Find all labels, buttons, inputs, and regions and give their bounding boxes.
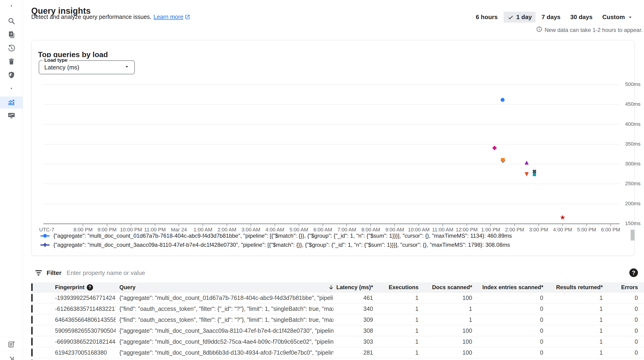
cell-docs_scanned: 100 [418, 327, 472, 334]
sidebar-item-collapse-sidebar[interactable] [0, 353, 22, 360]
column-header-executions[interactable]: Executions [373, 284, 418, 291]
cell-query: {"find": "oauth_access_token", "filter":… [116, 317, 334, 323]
legend-marker-plus [40, 242, 50, 248]
sidebar-item-history[interactable] [0, 42, 22, 54]
column-header-query[interactable]: Query [116, 284, 334, 291]
y-axis-label: 350ms [625, 141, 640, 147]
cell-executions: 1 [373, 338, 418, 345]
cell-index_entries_scanned: 0 [472, 327, 543, 334]
x-axis-tick [251, 224, 251, 226]
table-row[interactable]: -8295002236194316765{"aggregate": "multi… [31, 358, 644, 360]
row-checkbox[interactable] [31, 294, 33, 302]
table-row[interactable]: -1939399225467714246{"aggregate": "multi… [31, 293, 644, 303]
column-header-errors[interactable]: Errors [603, 284, 644, 291]
cell-results_returned: 1 [543, 306, 603, 312]
table-help-icon[interactable]: ? [629, 268, 638, 277]
legend-scrollbar[interactable] [631, 230, 634, 241]
cell-executions: 1 [373, 306, 418, 312]
x-axis-tick [346, 224, 347, 226]
y-axis-label: 450ms [625, 101, 640, 107]
cell-docs_scanned: 100 [418, 338, 472, 345]
data-point-triangle-up[interactable] [524, 161, 528, 165]
cell-results_returned: 1 [543, 327, 603, 334]
legend-series-text: {"aggregate": "multi_doc_count_01d67a7b-… [54, 233, 512, 239]
legend-row: {"aggregate": "multi_doc_count_01d67a7b-… [40, 232, 512, 240]
time-range-custom[interactable]: Custom [598, 12, 637, 22]
cell-latency_ms: 340 [334, 306, 373, 312]
sidebar-item-search[interactable] [0, 15, 22, 27]
sort-descending-icon [328, 284, 334, 291]
table-row[interactable]: 6194237005168380{"aggregate": "multi_doc… [31, 347, 644, 358]
time-range-30-days[interactable]: 30 days [566, 12, 596, 22]
cell-query: {"find": "oauth_access_token", "filter":… [116, 306, 334, 312]
data-point-circle[interactable] [500, 98, 504, 102]
x-axis-tick [442, 224, 443, 226]
column-header-latency_ms[interactable]: Latency (ms)* [334, 284, 373, 291]
sidebar-item-security[interactable] [0, 69, 22, 81]
column-header-docs_scanned[interactable]: Docs scanned* [418, 284, 472, 291]
info-icon [536, 26, 542, 34]
time-range-7-days[interactable]: 7 days [538, 12, 564, 22]
gridline [43, 84, 620, 85]
table-row[interactable]: 6464365664806143558{"find": "oauth_acces… [31, 314, 644, 325]
data-freshness-note: New data can take 1-2 hours to appear. [536, 26, 642, 34]
row-checkbox[interactable] [31, 316, 33, 324]
column-header-index_entries_scanned[interactable]: Index entries scanned* [472, 284, 543, 291]
x-axis-tick [394, 224, 395, 226]
x-axis-label: 3:00 PM [529, 227, 548, 233]
y-axis-label: 300ms [625, 161, 640, 167]
system-insights-icon [8, 112, 16, 119]
table-row[interactable]: -6699038652201821444{"aggregate": "multi… [31, 336, 644, 347]
cell-errors: 0 [603, 317, 644, 323]
table-row[interactable]: -6126638357114832217{"find": "oauth_acce… [31, 303, 644, 314]
data-point-triangle-down[interactable] [524, 172, 528, 176]
sidebar-item-menu-dot-top [0, 0, 22, 12]
sidebar-item-trash[interactable] [0, 55, 22, 67]
sidebar-item-system-insights[interactable] [0, 109, 22, 122]
row-checkbox[interactable] [31, 327, 33, 335]
cell-executions: 1 [373, 349, 418, 356]
time-range-selector: 6 hours1 day7 days30 daysCustom [472, 12, 637, 22]
cell-errors: 0 [603, 349, 644, 356]
x-axis-tick [178, 224, 179, 226]
x-axis-tick [107, 224, 107, 226]
column-header-results_returned[interactable]: Results returned* [543, 284, 603, 291]
x-axis-tick [299, 224, 299, 226]
learn-more-link[interactable]: Learn more [154, 13, 190, 20]
cell-docs_scanned: 100 [418, 349, 472, 356]
row-checkbox[interactable] [31, 349, 33, 357]
menu-dot-top-icon [10, 4, 13, 7]
cell-errors: 0 [603, 295, 644, 301]
collapse-sidebar-icon [8, 355, 16, 360]
time-range-6-hours[interactable]: 6 hours [472, 12, 501, 22]
sidebar-item-release-notes[interactable] [0, 338, 22, 351]
x-axis-tick [586, 224, 587, 226]
x-axis-label: 6:00 PM [601, 227, 620, 233]
x-axis-tick [418, 224, 419, 226]
data-point-star[interactable] [560, 215, 565, 220]
data-point-diamond[interactable] [492, 146, 497, 150]
filter-icon [35, 270, 42, 275]
row-checkbox[interactable] [31, 305, 33, 313]
fingerprint-help-icon[interactable]: ? [87, 284, 93, 291]
x-axis-tick [83, 224, 83, 226]
data-point-square[interactable] [533, 173, 536, 176]
x-axis-label: 4:00 PM [553, 227, 572, 233]
queries-table-section: Filter ? Fingerprint?QueryLatency (ms)*E… [31, 267, 644, 360]
cell-executions: 1 [373, 317, 418, 323]
sidebar-item-query-insights[interactable] [0, 96, 22, 109]
select-all-checkbox[interactable] [31, 283, 33, 291]
x-axis-tick [323, 224, 323, 226]
x-axis-line [43, 223, 620, 224]
cell-query: {"aggregate": "multi_doc_count_fd9ddc52-… [116, 338, 334, 345]
table-row[interactable]: 5909598265530790504{"aggregate": "multi_… [31, 325, 644, 336]
cell-results_returned: 1 [543, 317, 603, 323]
row-checkbox[interactable] [31, 338, 33, 346]
sidebar-item-query-editor[interactable] [0, 29, 22, 41]
data-point-pentagon[interactable] [501, 158, 505, 162]
x-axis-tick [466, 224, 467, 226]
filter-input[interactable] [66, 269, 623, 277]
y-axis-label: 150ms [625, 220, 640, 227]
column-header-fingerprint[interactable]: Fingerprint? [51, 284, 116, 291]
time-range-1-day[interactable]: 1 day [504, 12, 536, 22]
